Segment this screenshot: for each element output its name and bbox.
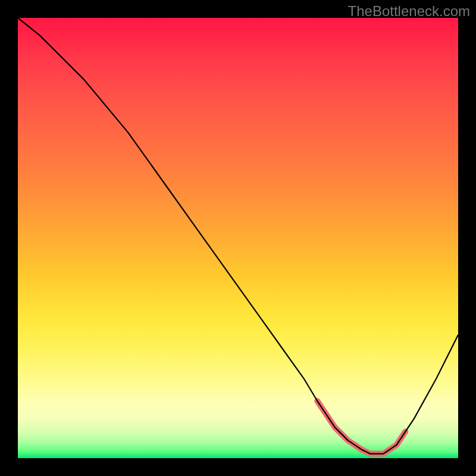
bottleneck-curve-line xyxy=(18,18,458,454)
chart-svg xyxy=(18,18,458,458)
optimal-range-line xyxy=(317,401,405,454)
watermark-text: TheBottleneck.com xyxy=(348,3,470,20)
chart-area xyxy=(18,18,458,458)
